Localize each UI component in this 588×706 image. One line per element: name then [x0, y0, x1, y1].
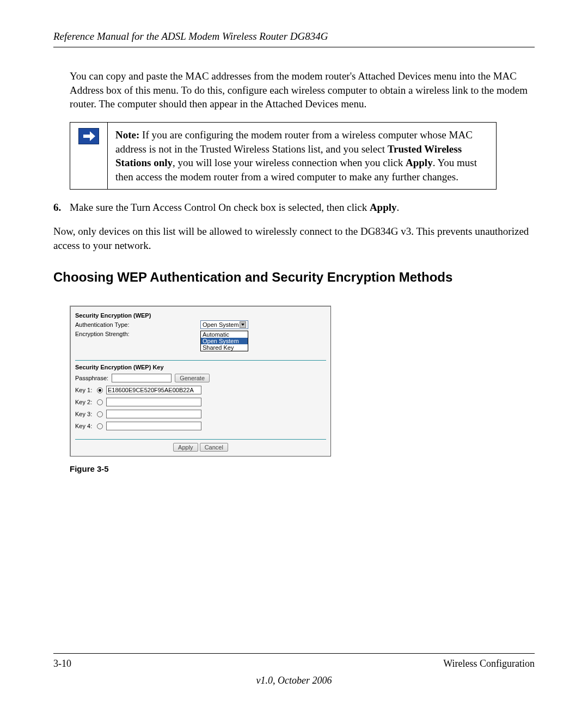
footer-rule [53, 653, 535, 654]
footer-page-number: 3-10 [53, 658, 71, 670]
footer-section-name: Wireless Configuration [443, 658, 535, 670]
key1-label: Key 1: [75, 387, 97, 393]
wep-panel: Security Encryption (WEP) Authentication… [70, 306, 331, 457]
step-text: Make sure the Turn Access Control On che… [70, 200, 399, 215]
key2-label: Key 2: [75, 399, 97, 405]
key4-label: Key 4: [75, 423, 97, 429]
panel-separator-1 [75, 360, 326, 361]
enc-strength-label: Encryption Strength: [75, 331, 200, 337]
page-header-title: Reference Manual for the ADSL Modem Wire… [53, 31, 535, 42]
key3-radio[interactable] [97, 411, 103, 417]
note-text: Note: If you are configuring the modem r… [108, 122, 497, 190]
key2-radio[interactable] [97, 399, 103, 405]
page-footer: 3-10 Wireless Configuration v1.0, Octobe… [53, 653, 535, 686]
chevron-down-icon[interactable] [240, 321, 246, 328]
generate-button[interactable]: Generate [175, 374, 210, 382]
intro-paragraph: You can copy and paste the MAC addresses… [70, 69, 535, 111]
apply-button[interactable]: Apply [173, 443, 198, 452]
key4-radio[interactable] [97, 423, 103, 429]
note-label: Note: [115, 129, 139, 141]
dropdown-option-automatic[interactable]: Automatic [201, 331, 248, 338]
key3-input[interactable] [106, 410, 201, 418]
passphrase-input[interactable] [112, 374, 171, 382]
dropdown-option-open-system[interactable]: Open System [201, 338, 248, 344]
wep-key-section-title: Security Encryption (WEP) Key [75, 364, 326, 370]
key2-input[interactable] [106, 398, 201, 406]
auth-type-label: Authentication Type: [75, 321, 200, 328]
key1-radio[interactable] [97, 387, 103, 393]
key3-label: Key 3: [75, 411, 97, 417]
dropdown-option-shared-key[interactable]: Shared Key [201, 344, 248, 351]
figure-caption: Figure 3-5 [70, 464, 535, 473]
note-arrow-icon [78, 128, 99, 144]
section-heading: Choosing WEP Authentication and Security… [53, 270, 535, 285]
note-box: Note: If you are configuring the modem r… [70, 122, 497, 190]
panel-separator-2 [75, 439, 326, 440]
note-part2: , you will lose your wireless connection… [173, 157, 406, 168]
note-bold2: Apply [406, 157, 433, 168]
cancel-button[interactable]: Cancel [200, 443, 228, 452]
step-text-bold: Apply [370, 202, 397, 213]
auth-type-value: Open System [203, 321, 239, 328]
auth-type-select[interactable]: Open System [200, 320, 248, 329]
step-6: 6. Make sure the Turn Access Control On … [53, 200, 535, 215]
result-paragraph: Now, only devices on this list will be a… [53, 224, 535, 252]
step-text-a: Make sure the Turn Access Control On che… [70, 202, 370, 213]
passphrase-label: Passphrase: [75, 375, 108, 381]
key4-input[interactable] [106, 422, 201, 430]
header-rule [53, 47, 535, 47]
auth-type-dropdown[interactable]: Automatic Open System Shared Key [200, 331, 248, 351]
footer-version: v1.0, October 2006 [53, 675, 535, 686]
figure-3-5: Security Encryption (WEP) Authentication… [70, 306, 535, 473]
step-text-b: . [397, 202, 400, 213]
step-number: 6. [53, 200, 70, 215]
key1-input[interactable] [106, 386, 201, 394]
wep-section-title: Security Encryption (WEP) [75, 312, 326, 319]
